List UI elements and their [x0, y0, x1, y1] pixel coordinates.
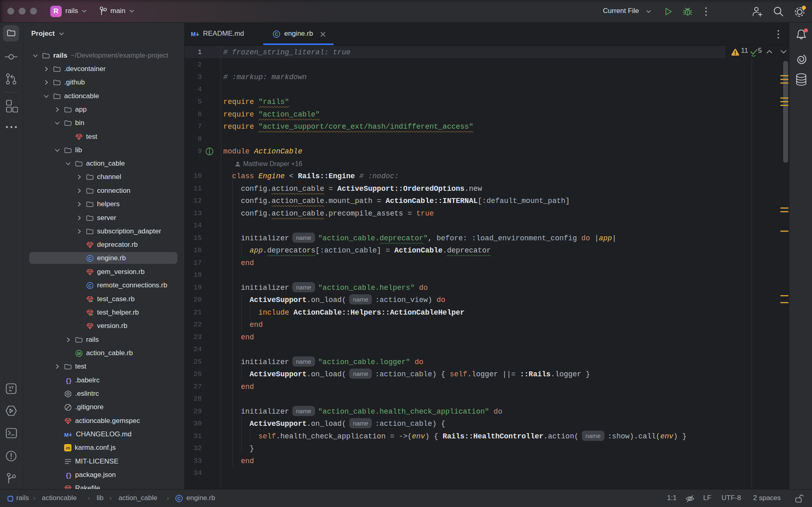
- svg-text:M: M: [64, 431, 69, 438]
- svg-text:C: C: [89, 256, 92, 261]
- svg-text:}: }: [68, 378, 72, 384]
- svg-text:JS: JS: [65, 446, 70, 450]
- svg-text:}: }: [68, 472, 72, 479]
- svg-text:YT: YT: [9, 385, 13, 390]
- svg-text:M: M: [191, 31, 196, 37]
- svg-text:C: C: [89, 283, 92, 288]
- svg-text:C: C: [275, 32, 279, 37]
- svg-text:C: C: [177, 496, 181, 501]
- svg-text:M: M: [77, 351, 81, 356]
